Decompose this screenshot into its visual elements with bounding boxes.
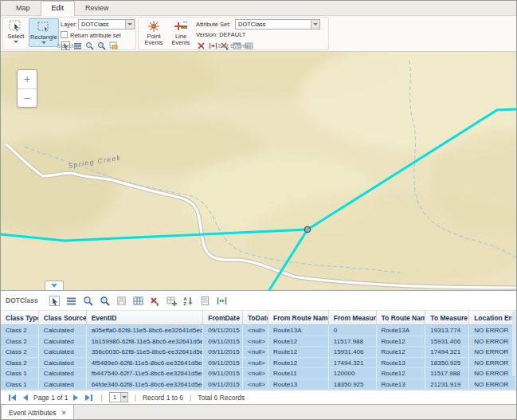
- table-cell[interactable]: NO ERROR: [469, 368, 516, 379]
- table-cell[interactable]: Class 2: [1, 347, 39, 357]
- table-cell[interactable]: 18350.925: [329, 379, 377, 390]
- table-row[interactable]: Class 2Calculated1b159980-62f8-11e5-8bc6…: [1, 336, 516, 347]
- table-cell[interactable]: Route12: [377, 347, 426, 357]
- table-cell[interactable]: <null>: [243, 379, 268, 390]
- column-header[interactable]: FromDate: [203, 311, 243, 324]
- save-icon[interactable]: [116, 295, 127, 306]
- table-cell[interactable]: 18350.925: [425, 358, 469, 368]
- table-row[interactable]: Class 1Calculated64fde340-62f8-11e5-8bc6…: [1, 379, 516, 391]
- table-cell[interactable]: Route12: [268, 347, 329, 357]
- table-cell[interactable]: Route13: [377, 358, 426, 368]
- table-cell[interactable]: 09/11/2015: [203, 336, 243, 347]
- next-page-button[interactable]: [72, 394, 80, 401]
- table-cell[interactable]: fb447540-62f7-11e5-8bc6-ee32641d5ec9: [87, 368, 204, 379]
- table-cell[interactable]: 17494.321: [425, 347, 469, 357]
- table-cell[interactable]: 09/11/2015: [203, 325, 243, 336]
- table-cell[interactable]: 120000: [329, 368, 377, 379]
- fit-columns-icon[interactable]: [217, 295, 228, 306]
- tab-event-attributes[interactable]: Event Attributes ×: [1, 405, 74, 420]
- table-cell[interactable]: <null>: [243, 368, 268, 379]
- table-cell[interactable]: Class 2: [1, 325, 39, 336]
- table-cell[interactable]: 11517.988: [425, 368, 469, 379]
- table-cell[interactable]: NO ERROR: [469, 347, 516, 357]
- column-header[interactable]: To Measure: [425, 311, 469, 324]
- return-attribute-set-checkbox[interactable]: [61, 31, 68, 38]
- table-row[interactable]: Class 2Calculateda05effa0-62f8-11e5-8bc6…: [1, 325, 516, 336]
- zoom-in-button[interactable]: +: [18, 70, 37, 89]
- sort-icon[interactable]: AZ: [183, 295, 194, 306]
- table-cell[interactable]: Route12: [268, 358, 329, 368]
- table-cell[interactable]: Class 2: [1, 336, 39, 347]
- table-cell[interactable]: 15931.406: [329, 347, 377, 357]
- zoom-out-button[interactable]: −: [18, 89, 37, 108]
- route-junction-marker[interactable]: [304, 226, 310, 232]
- table-cell[interactable]: a05effa0-62f8-11e5-8bc6-ee32641d5ec9: [87, 325, 204, 336]
- table-cell[interactable]: NO ERROR: [469, 358, 516, 368]
- map-canvas[interactable]: Spring Creek + −: [1, 52, 517, 290]
- options-menu-icon[interactable]: [66, 295, 77, 306]
- table-scrollbar[interactable]: [512, 312, 516, 376]
- table-cell[interactable]: <null>: [243, 347, 268, 357]
- select-record-icon[interactable]: [49, 295, 61, 306]
- table-view-icon[interactable]: [133, 295, 144, 306]
- table-row[interactable]: Class 2Calculated4f5489e0-62f8-11e5-8bc6…: [1, 358, 516, 369]
- column-header[interactable]: From Route Name: [268, 311, 329, 324]
- previous-page-button[interactable]: [22, 394, 29, 401]
- table-cell[interactable]: Calculated: [39, 379, 87, 390]
- table-cell[interactable]: Route13: [377, 379, 426, 390]
- page-select-dropdown[interactable]: 1: [109, 392, 128, 402]
- column-header[interactable]: Class Type: [1, 311, 39, 324]
- table-cell[interactable]: 4f5489e0-62f8-11e5-8bc6-ee32641d5ec9: [87, 358, 204, 368]
- last-page-button[interactable]: [84, 394, 94, 401]
- table-cell[interactable]: 64fde340-62f8-11e5-8bc6-ee32641d5ec9: [87, 379, 204, 390]
- table-cell[interactable]: Calculated: [39, 347, 87, 357]
- table-cell[interactable]: Class 1: [1, 368, 39, 379]
- table-cell[interactable]: Class 1: [1, 379, 39, 390]
- table-cell[interactable]: 19313.774: [425, 325, 469, 336]
- table-cell[interactable]: Route12: [377, 368, 426, 379]
- column-header[interactable]: EventID: [87, 311, 204, 324]
- table-cell[interactable]: 356c0030-62f8-11e5-8bc6-ee32641d5ec9: [87, 347, 204, 357]
- table-cell[interactable]: Route11: [268, 368, 329, 379]
- attribute-set-dropdown[interactable]: DOTClass: [235, 19, 320, 29]
- delete-record-icon[interactable]: [150, 295, 161, 306]
- table-cell[interactable]: Route13: [268, 379, 329, 390]
- table-cell[interactable]: 11517.988: [329, 336, 377, 347]
- table-cell[interactable]: NO ERROR: [469, 379, 516, 390]
- first-page-button[interactable]: [7, 394, 18, 401]
- table-cell[interactable]: 09/11/2015: [203, 358, 243, 368]
- table-cell[interactable]: Route12: [377, 336, 426, 347]
- table-cell[interactable]: 0: [329, 325, 377, 336]
- table-cell[interactable]: Calculated: [39, 336, 87, 347]
- table-cell[interactable]: Calculated: [39, 358, 87, 368]
- tab-map[interactable]: Map: [6, 1, 41, 15]
- notes-icon[interactable]: [200, 295, 211, 306]
- table-row[interactable]: Class 1Calculatedfb447540-62f7-11e5-8bc6…: [1, 368, 516, 379]
- table-cell[interactable]: 09/11/2015: [203, 347, 243, 357]
- table-cell[interactable]: Calculated: [39, 325, 87, 336]
- table-cell[interactable]: 09/11/2015: [203, 368, 243, 379]
- add-record-icon[interactable]: [166, 295, 178, 306]
- close-icon[interactable]: ×: [62, 409, 66, 417]
- table-cell[interactable]: <null>: [243, 325, 268, 336]
- column-header[interactable]: To Route Name: [377, 311, 426, 324]
- layer-dropdown[interactable]: DOTClass: [78, 19, 135, 29]
- pan-to-selected-icon[interactable]: [100, 295, 111, 306]
- table-cell[interactable]: 15931.406: [425, 336, 469, 347]
- column-header[interactable]: Class Source: [39, 311, 87, 324]
- column-header[interactable]: Location Error: [469, 311, 516, 324]
- table-cell[interactable]: Route13A: [268, 325, 329, 336]
- zoom-to-selected-icon[interactable]: [83, 295, 94, 306]
- table-cell[interactable]: NO ERROR: [469, 325, 516, 336]
- tab-review[interactable]: Review: [75, 1, 119, 15]
- table-cell[interactable]: NO ERROR: [469, 336, 516, 347]
- table-cell[interactable]: Route12: [268, 336, 329, 347]
- table-cell[interactable]: Calculated: [39, 368, 87, 379]
- table-cell[interactable]: 09/11/2015: [203, 379, 243, 390]
- panel-collapse-tab[interactable]: [45, 281, 64, 290]
- table-cell[interactable]: Route13A: [377, 325, 426, 336]
- table-cell[interactable]: Class 2: [1, 358, 39, 368]
- column-header[interactable]: ToDate: [243, 311, 268, 324]
- table-cell[interactable]: 21231.919: [425, 379, 469, 390]
- table-cell[interactable]: 17494.321: [329, 358, 377, 368]
